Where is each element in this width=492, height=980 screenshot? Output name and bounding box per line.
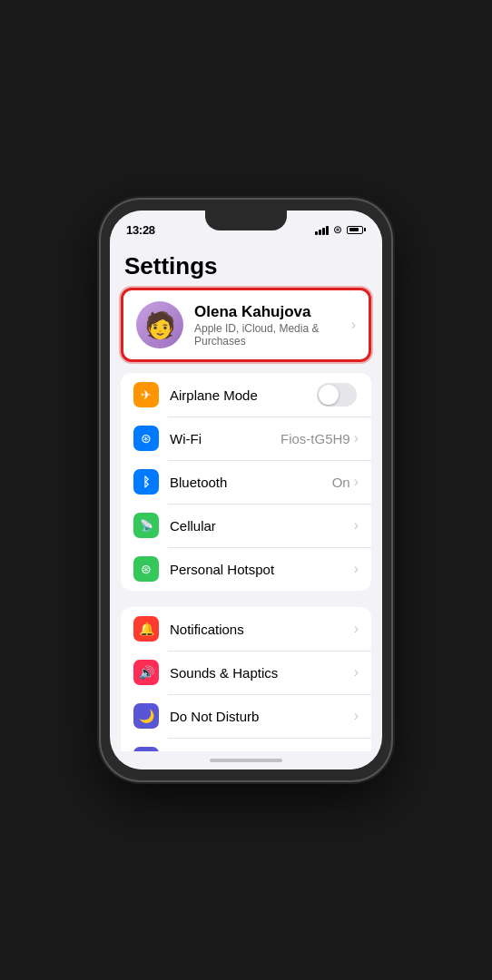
page-title: Settings (110, 243, 382, 288)
bluetooth-row[interactable]: ᛒ Bluetooth On › (121, 460, 371, 504)
wifi-row[interactable]: ⊛ Wi-Fi Fios-tG5H9 › (121, 416, 371, 460)
notifications-chevron: › (354, 621, 359, 637)
notifications-group: 🔔 Notifications › 🔊 Sounds & Haptics › (121, 607, 371, 751)
phone-screen: 13:28 ⊛ Settings (110, 211, 382, 769)
signal-bar-4 (326, 226, 329, 235)
cellular-icon: 📡 (133, 513, 159, 538)
airplane-mode-row[interactable]: ✈ Airplane Mode (121, 373, 371, 416)
sounds-chevron: › (354, 664, 359, 681)
dnd-label: Do Not Disturb (170, 709, 354, 724)
profile-chevron: › (351, 317, 356, 333)
signal-bar-1 (315, 231, 318, 235)
cellular-label: Cellular (170, 518, 354, 534)
notifications-row[interactable]: 🔔 Notifications › (121, 607, 371, 651)
dnd-row[interactable]: 🌙 Do Not Disturb › (121, 694, 371, 738)
wifi-chevron: › (354, 430, 359, 446)
signal-icon (315, 224, 329, 235)
profile-subtitle: Apple ID, iCloud, Media & Purchases (194, 322, 351, 348)
cellular-chevron: › (354, 517, 359, 534)
battery-icon (347, 226, 366, 234)
notifications-label: Notifications (170, 622, 354, 637)
sounds-row[interactable]: 🔊 Sounds & Haptics › (121, 651, 371, 694)
profile-card[interactable]: 🧑 Olena Kahujova Apple ID, iCloud, Media… (121, 288, 371, 362)
home-indicator[interactable] (110, 751, 382, 769)
home-bar (210, 759, 282, 762)
toggle-knob (319, 385, 339, 405)
avatar: 🧑 (136, 301, 183, 348)
wifi-label: Wi-Fi (170, 431, 280, 446)
notch (205, 211, 287, 230)
hotspot-label: Personal Hotspot (170, 562, 354, 577)
wifi-value: Fios-tG5H9 (280, 431, 350, 446)
airplane-mode-label: Airplane Mode (170, 387, 317, 403)
status-icons: ⊛ (315, 223, 366, 236)
bluetooth-icon: ᛒ (133, 469, 159, 495)
connectivity-group: ✈ Airplane Mode ⊛ Wi-Fi Fios-tG5H9 › (121, 373, 371, 591)
hotspot-chevron: › (354, 561, 359, 577)
hotspot-row[interactable]: ⊛ Personal Hotspot › (121, 547, 371, 591)
signal-bar-2 (319, 230, 321, 235)
hotspot-icon: ⊛ (133, 556, 159, 582)
sounds-label: Sounds & Haptics (170, 665, 354, 681)
wifi-status-icon: ⊛ (333, 223, 342, 236)
screen-time-icon: ⏱ (133, 747, 159, 751)
notifications-icon: 🔔 (133, 616, 159, 642)
airplane-mode-icon: ✈ (133, 382, 159, 407)
signal-bar-3 (322, 228, 325, 235)
profile-name: Olena Kahujova (194, 303, 351, 321)
status-bar: 13:28 ⊛ (110, 211, 382, 243)
phone-device: 13:28 ⊛ Settings (101, 200, 391, 780)
status-time: 13:28 (126, 223, 155, 237)
screen-content[interactable]: Settings 🧑 Olena Kahujova Apple ID, iClo… (110, 243, 382, 751)
profile-info: Olena Kahujova Apple ID, iCloud, Media &… (194, 303, 351, 348)
dnd-chevron: › (354, 708, 359, 724)
airplane-mode-toggle[interactable] (317, 383, 357, 407)
bluetooth-label: Bluetooth (170, 475, 332, 490)
dnd-icon: 🌙 (133, 703, 159, 729)
bluetooth-chevron: › (354, 474, 359, 490)
sounds-icon: 🔊 (133, 660, 159, 685)
cellular-row[interactable]: 📡 Cellular › (121, 504, 371, 547)
screen-time-row[interactable]: ⏱ Screen Time › (121, 738, 371, 751)
wifi-icon: ⊛ (133, 426, 159, 451)
bluetooth-value: On (332, 475, 350, 490)
